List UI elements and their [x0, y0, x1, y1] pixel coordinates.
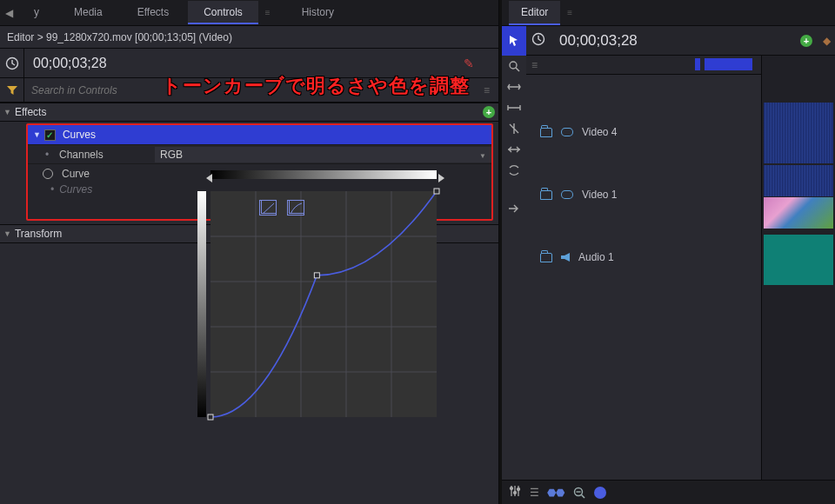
- editor-time-row: 00;00;03;28 + ◆: [502, 26, 835, 56]
- chevron-down-icon: ▼: [33, 130, 41, 139]
- eye-icon[interactable]: [561, 128, 573, 136]
- transform-label: Transform: [15, 228, 62, 240]
- timecode-display[interactable]: 00;00;03;28: [24, 56, 464, 71]
- tool-column: [502, 56, 526, 480]
- svg-point-20: [518, 488, 520, 491]
- clock-icon[interactable]: [0, 49, 24, 77]
- brush-icon[interactable]: ✎: [464, 56, 474, 70]
- keyframe-icon[interactable]: [43, 169, 53, 179]
- pointer-tool[interactable]: [502, 26, 526, 56]
- zoom-out-icon[interactable]: [573, 487, 585, 499]
- curves-header[interactable]: ▼ Curves: [28, 125, 491, 144]
- tab-y[interactable]: y: [18, 1, 55, 24]
- svg-point-13: [510, 62, 517, 69]
- chevron-down-icon: ▼: [3, 108, 11, 116]
- chevron-right-icon: ▼: [3, 229, 11, 238]
- track-label: Video 4: [582, 126, 617, 138]
- curves-effect-block: ▼ Curves • Channels RGB▼ Curve • Curves: [26, 123, 493, 221]
- span-tool-icon[interactable]: [502, 76, 526, 97]
- ruler-menu-icon[interactable]: ≡: [531, 59, 537, 71]
- svg-point-19: [514, 492, 517, 494]
- effects-section-header[interactable]: ▼ Effects +: [0, 103, 498, 122]
- curve-grid: [210, 191, 437, 417]
- curves-side-label: • Curves: [28, 182, 189, 196]
- breadcrumb: Editor > 99_1280x720.mov [00;00;13;05] (…: [7, 31, 232, 43]
- track-audio-1[interactable]: Audio 1: [526, 226, 761, 288]
- razor-tool-icon[interactable]: [502, 118, 526, 139]
- filter-icon[interactable]: [0, 78, 24, 102]
- tone-curve-editor[interactable]: [189, 182, 450, 196]
- tab-grip-icon: ≡: [567, 8, 571, 17]
- slip-tool-icon[interactable]: [502, 139, 526, 160]
- eye-icon[interactable]: [561, 190, 573, 199]
- panel-menu-icon[interactable]: ≡: [474, 84, 498, 96]
- tab-editor[interactable]: Editor: [509, 1, 560, 25]
- curves-enable-checkbox[interactable]: [44, 129, 56, 141]
- y-gradient: [197, 191, 206, 417]
- stretch-tool-icon[interactable]: [502, 97, 526, 118]
- svg-rect-11: [434, 189, 439, 194]
- channels-dropdown[interactable]: RGB▼: [155, 147, 491, 162]
- svg-line-14: [516, 68, 519, 71]
- channels-row: • Channels RGB▼: [28, 144, 491, 163]
- x-gradient: [210, 170, 437, 179]
- folder-icon: [540, 253, 552, 262]
- track-video-4[interactable]: Video 4: [526, 101, 761, 163]
- svg-point-18: [511, 487, 513, 490]
- tab-media[interactable]: Media: [58, 1, 118, 24]
- editor-bottom-bar: ☰ ⬣⬣: [502, 480, 835, 504]
- search-input[interactable]: [31, 84, 474, 96]
- svg-rect-9: [208, 414, 213, 420]
- folder-icon: [540, 190, 552, 200]
- clip-video4[interactable]: [764, 103, 833, 163]
- track-video-1[interactable]: Video 1: [526, 163, 761, 226]
- svg-line-23: [582, 494, 585, 498]
- bullet-icon: •: [45, 149, 52, 161]
- mixer-icon[interactable]: [509, 485, 521, 500]
- ruler-segment: [705, 58, 752, 70]
- list-icon[interactable]: ☰: [530, 487, 538, 499]
- link-icon[interactable]: ⬣⬣: [547, 487, 564, 499]
- speaker-icon[interactable]: [561, 253, 570, 262]
- marker-icon[interactable]: ◆: [818, 35, 835, 47]
- curves-title-label: Curves: [63, 129, 96, 141]
- curve-label: Curve: [62, 168, 157, 180]
- preset-curve-icon[interactable]: [287, 200, 304, 216]
- zoom-slider-handle[interactable]: [594, 487, 606, 499]
- folder-icon: [540, 128, 552, 137]
- breadcrumb-row: Editor > 99_1280x720.mov [00;00;13;05] (…: [0, 26, 498, 49]
- export-tool-icon[interactable]: [502, 198, 526, 219]
- tab-controls[interactable]: Controls: [188, 1, 258, 24]
- timeline-ruler[interactable]: ≡ 00: [526, 56, 761, 75]
- add-effect-button[interactable]: +: [483, 106, 495, 118]
- clip-audio1[interactable]: [764, 235, 833, 285]
- clip-video1-b[interactable]: [764, 197, 833, 229]
- panel-tabs: ◀ y Media Effects Controls ≡ History: [0, 0, 498, 26]
- editor-tabs: Editor ≡: [502, 0, 835, 26]
- svg-rect-10: [314, 273, 319, 278]
- zoom-tool-icon[interactable]: [502, 56, 526, 76]
- preset-linear-icon[interactable]: [259, 200, 277, 216]
- add-track-button[interactable]: +: [800, 35, 812, 47]
- track-label: Audio 1: [578, 251, 614, 263]
- track-label: Video 1: [582, 189, 617, 201]
- tab-history[interactable]: History: [286, 1, 350, 24]
- channels-label: Channels: [59, 149, 155, 161]
- tabs-prev-icon[interactable]: ◀: [5, 7, 13, 19]
- clip-video1-a[interactable]: [764, 165, 833, 196]
- arrow-right-icon: [438, 174, 444, 182]
- ripple-tool-icon[interactable]: [502, 160, 526, 181]
- arrow-left-icon: [206, 174, 212, 182]
- editor-timecode[interactable]: 00;00;03;28: [551, 32, 800, 50]
- tab-effects[interactable]: Effects: [122, 1, 184, 24]
- timeline-clips[interactable]: [761, 56, 835, 480]
- playhead[interactable]: [695, 58, 700, 70]
- clock-icon[interactable]: [526, 32, 551, 49]
- chevron-down-icon: ▼: [479, 149, 486, 164]
- tab-grip-icon: ≡: [265, 8, 269, 17]
- effects-label: Effects: [15, 106, 46, 118]
